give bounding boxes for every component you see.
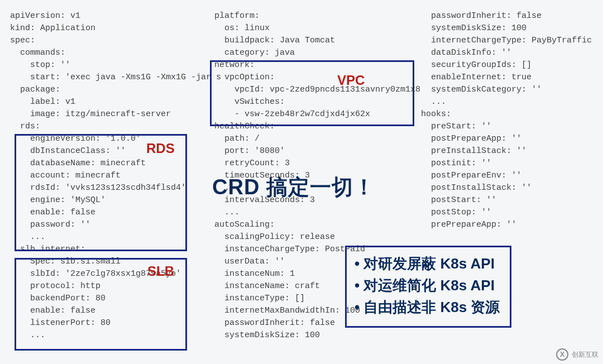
code-line: postPrepareEnv: '' <box>421 170 601 182</box>
code-line: retryCount: 3 <box>214 157 409 170</box>
code-line: healthCheck: <box>214 121 409 133</box>
code-line: instanceNum: 1 <box>214 268 409 280</box>
code-line: ... <box>10 231 202 243</box>
code-line: port: '8080' <box>214 145 409 157</box>
code-line: autoScaling: <box>214 219 409 231</box>
code-line: image: itzg/minecraft-server <box>10 108 202 121</box>
code-line: engine: 'MySQL' <box>10 194 202 207</box>
code-line: - vsw-2zeb48r2w7cdjxd4jx62x <box>214 108 409 121</box>
code-line: ... <box>421 96 601 108</box>
code-line: apiVersion: v1 <box>10 10 202 22</box>
code-line: vpcOption: <box>214 71 409 84</box>
code-line: vSwitches: <box>214 96 409 108</box>
code-line: stop: '' <box>10 59 202 71</box>
code-line: instanceName: craft <box>214 280 409 293</box>
code-line: scalingPolicy: release <box>214 231 409 243</box>
code-line: intervalSeconds: 3 <box>214 194 409 207</box>
code-line: prePrepareApp: '' <box>421 219 601 231</box>
code-line: postInstallStack: '' <box>421 182 601 194</box>
yaml-col-1: apiVersion: v1kind: Applicationspec: com… <box>0 0 204 364</box>
code-line: os: linux <box>214 22 409 35</box>
code-line: buildpack: Java Tomcat <box>214 35 409 47</box>
code-line: internetChargeType: PayByTraffic <box>421 35 601 47</box>
code-line: protocol: http <box>10 280 202 293</box>
code-line: password: '' <box>10 219 202 231</box>
code-line: postStop: '' <box>421 207 601 219</box>
code-line: kind: Application <box>10 22 202 35</box>
code-line: label: v1 <box>10 96 202 108</box>
code-line: slbId: '2ze7clg78xsx1g879a5yo' <box>10 268 202 280</box>
code-line: ... <box>214 207 409 219</box>
watermark: X 创新互联 <box>556 348 599 361</box>
code-line: spec: <box>10 35 202 47</box>
code-line: instanceChargeType: PostPaid <box>214 243 409 256</box>
code-line: systemDiskSize: 100 <box>421 22 601 35</box>
code-line: platform: <box>214 10 409 22</box>
code-line: preInstallStack: '' <box>421 145 601 157</box>
code-line: category: java <box>214 47 409 59</box>
watermark-logo-icon: X <box>556 348 568 361</box>
code-line: rdsId: 'vvks123s123scdh34flsd4' <box>10 182 202 194</box>
code-line: dbInstanceClass: '' <box>10 145 202 157</box>
code-line: start: 'exec java -Xms1G -Xmx1G -jar s <box>10 71 202 84</box>
code-line: instanceType: [] <box>214 293 409 305</box>
code-line: enable: false <box>10 305 202 317</box>
code-line: rds: <box>10 121 202 133</box>
code-line: internetMaxBandwidthIn: 100 <box>214 305 409 317</box>
code-line: ... <box>10 329 202 342</box>
code-line: passwordInherit: false <box>214 317 409 329</box>
code-line: backendPort: 80 <box>10 293 202 305</box>
yaml-columns: apiVersion: v1kind: Applicationspec: com… <box>0 0 603 364</box>
code-line: vpcId: vpc-2zed9pncds1131savnry0zm1x8 <box>214 84 409 96</box>
yaml-col-2: platform: os: linux buildpack: Java Tomc… <box>204 0 411 364</box>
code-line: securityGroupIds: [] <box>421 59 601 71</box>
code-line: Spec: slb.s1.small <box>10 256 202 268</box>
code-line: systemDiskCategory: '' <box>421 84 601 96</box>
code-line: path: / <box>214 133 409 145</box>
code-line: ... <box>214 182 409 194</box>
code-line: account: minecraft <box>10 170 202 182</box>
code-line: postStart: '' <box>421 194 601 207</box>
code-line: dataDiskInfo: '' <box>421 47 601 59</box>
code-line: package: <box>10 84 202 96</box>
code-line: systemDiskSize: 100 <box>214 329 409 342</box>
code-line: engineVersion: '1.0.0' <box>10 133 202 145</box>
code-line: listenerPort: 80 <box>10 317 202 329</box>
code-line: timeoutSeconds: 3 <box>214 170 409 182</box>
code-line: slb.internet: <box>10 243 202 256</box>
yaml-col-3: passwordInherit: false systemDiskSize: 1… <box>411 0 603 364</box>
code-line: commands: <box>10 47 202 59</box>
code-line: postPrepareApp: '' <box>421 133 601 145</box>
code-line: userData: '' <box>214 256 409 268</box>
code-line: enable: false <box>10 207 202 219</box>
code-line: databaseName: minecraft <box>10 157 202 170</box>
code-line: enableInternet: true <box>421 71 601 84</box>
code-line: network: <box>214 59 409 71</box>
code-line: preStart: '' <box>421 121 601 133</box>
code-line: passwordInherit: false <box>421 10 601 22</box>
watermark-text: 创新互联 <box>572 350 599 360</box>
code-line: postinit: '' <box>421 157 601 170</box>
code-line: hooks: <box>421 108 601 121</box>
